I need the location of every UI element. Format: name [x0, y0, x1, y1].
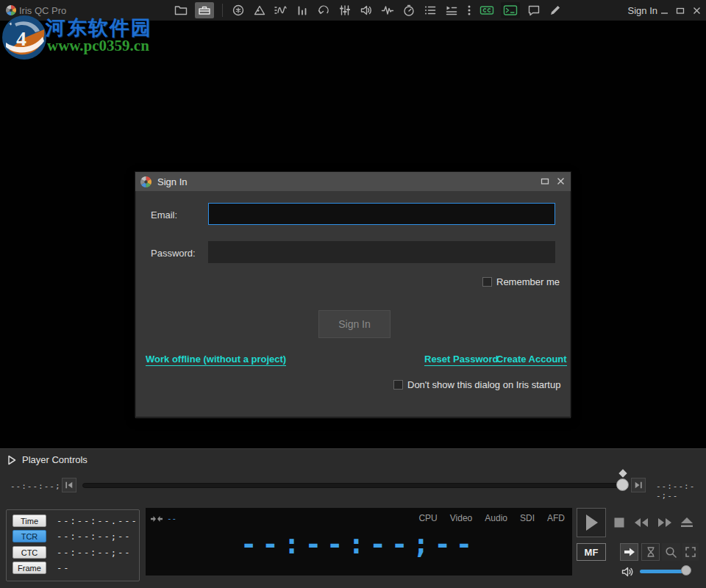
rewind-button[interactable] — [632, 514, 650, 531]
watermark-text-url: www.pc0359.cn — [47, 37, 149, 55]
goto-button[interactable] — [620, 543, 638, 561]
dont-show-label: Don't show this dialog on Iris startup — [407, 379, 560, 390]
loop-icon[interactable] — [316, 2, 331, 18]
more-kebab-icon[interactable] — [466, 2, 473, 18]
zoom-button[interactable] — [662, 543, 680, 561]
minimize-icon[interactable] — [659, 4, 669, 16]
volume-slider-track[interactable] — [640, 570, 687, 573]
ctc-value: --:--:--;-- — [57, 548, 131, 558]
list-icon[interactable] — [423, 2, 438, 18]
speaker-icon[interactable] — [359, 2, 374, 18]
time-mode-button[interactable]: Time — [13, 514, 46, 527]
window-controls — [659, 0, 702, 21]
fast-forward-button[interactable] — [656, 514, 674, 531]
frame-value: -- — [57, 563, 70, 573]
svg-text:4: 4 — [16, 27, 26, 50]
counters-panel: Time --:--:--.--- TCR --:--:--;-- CTC --… — [6, 509, 140, 581]
skip-to-end-button[interactable] — [631, 478, 646, 492]
counter-row-tcr: TCR --:--:--;-- — [13, 530, 131, 542]
password-label: Password: — [151, 248, 196, 259]
timecode-display-panel: -- CPU Video Audio SDI AFD --:--:--;-- — [146, 508, 572, 576]
timecode-total: --:--:--;-- — [656, 481, 706, 501]
app-title: Iris QC Pro — [19, 5, 66, 16]
volume-speaker-icon[interactable] — [621, 565, 635, 578]
stop-icon — [613, 517, 625, 528]
counter-row-frame: Frame -- — [13, 562, 70, 574]
volume-slider-thumb[interactable] — [681, 565, 691, 576]
restore-icon[interactable] — [675, 4, 685, 16]
skip-to-start-button[interactable] — [62, 478, 76, 492]
password-field[interactable] — [208, 241, 555, 263]
email-field[interactable] — [208, 203, 555, 225]
closed-captions-icon[interactable] — [479, 2, 494, 18]
email-label: Email: — [151, 209, 177, 220]
waveform-monitor-icon[interactable] — [274, 2, 288, 18]
stop-button[interactable] — [610, 514, 628, 531]
wait-button[interactable] — [641, 543, 660, 561]
sign-in-button[interactable]: Sign In — [318, 310, 391, 338]
toolbar-separator — [222, 4, 223, 17]
sliders-icon[interactable] — [338, 2, 352, 18]
toolbox-icon[interactable] — [195, 2, 214, 18]
converge-arrows-icon — [151, 515, 163, 523]
fullscreen-button[interactable] — [682, 543, 699, 561]
arrow-right-icon — [623, 546, 636, 558]
timer-icon[interactable] — [402, 2, 416, 18]
seek-slider-thumb[interactable] — [616, 478, 629, 491]
histogram-icon[interactable] — [252, 2, 267, 18]
dialog-title-bar[interactable]: Sign In — [135, 172, 571, 191]
tcr-mode-button[interactable]: TCR — [13, 530, 46, 542]
status-sdi: SDI — [520, 513, 535, 523]
player-controls-header[interactable]: Player Controls — [7, 454, 88, 465]
frame-mode-button[interactable]: Frame — [13, 562, 46, 574]
player-controls-title: Player Controls — [22, 454, 88, 465]
folder-icon[interactable] — [174, 2, 188, 18]
status-afd: AFD — [547, 513, 565, 523]
range-value: -- — [167, 514, 176, 523]
eject-icon — [680, 517, 694, 528]
fullscreen-icon — [685, 546, 696, 558]
watermark-logo: 4 — [1, 15, 47, 60]
status-audio: Audio — [485, 513, 507, 523]
status-cpu: CPU — [418, 513, 437, 523]
ctc-mode-button[interactable]: CTC — [13, 546, 46, 559]
eject-button[interactable] — [678, 514, 696, 531]
counter-row-time: Time --:--:--.--- — [13, 514, 138, 527]
playlist-icon[interactable] — [444, 2, 459, 18]
console-icon[interactable] — [501, 2, 520, 18]
tcr-value: --:--:--;-- — [57, 531, 131, 542]
titlebar-sign-in-button[interactable]: Sign In — [628, 5, 657, 16]
comment-icon[interactable] — [527, 2, 541, 18]
create-account-link[interactable]: Create Account — [496, 354, 567, 366]
hourglass-icon — [645, 546, 657, 558]
mf-button[interactable]: MF — [577, 543, 606, 561]
dont-show-checkbox[interactable] — [393, 380, 403, 390]
range-indicator: -- — [151, 514, 176, 523]
audio-levels-icon[interactable] — [295, 2, 310, 18]
app-logo-icon — [6, 5, 16, 15]
dialog-restore-icon[interactable] — [541, 175, 549, 188]
pen-icon[interactable] — [548, 2, 563, 18]
magnifier-icon — [665, 546, 677, 559]
play-icon — [582, 513, 600, 532]
sign-in-dialog: Sign In Email: Password: Remember me Sig… — [135, 171, 571, 417]
play-button[interactable] — [577, 508, 606, 537]
work-offline-link[interactable]: Work offline (without a project) — [146, 354, 286, 366]
dialog-title: Sign In — [157, 176, 187, 187]
main-timecode: --:--:--;-- — [146, 528, 572, 560]
vectorscope-icon[interactable] — [231, 2, 246, 18]
fast-forward-icon — [657, 517, 673, 528]
reset-password-link[interactable]: Reset Password — [424, 354, 498, 366]
seek-slider-track[interactable] — [82, 483, 625, 488]
main-toolbar — [174, 1, 563, 20]
dialog-close-icon[interactable] — [557, 175, 565, 188]
status-indicators: CPU Video Audio SDI AFD — [418, 513, 565, 523]
expand-triangle-icon — [7, 455, 16, 465]
remember-me-label: Remember me — [496, 276, 560, 287]
time-value: --:--:--.--- — [57, 516, 138, 526]
player-controls-section: Player Controls --:--:--;-- --:--:--;-- … — [0, 448, 706, 588]
rewind-icon — [633, 517, 649, 528]
close-icon[interactable] — [691, 4, 702, 16]
remember-me-checkbox[interactable] — [482, 277, 492, 287]
audio-waveform-icon[interactable] — [380, 2, 395, 18]
